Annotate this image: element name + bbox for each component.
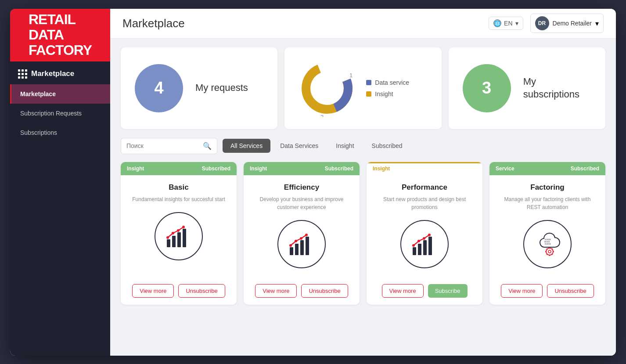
card-icon-basic xyxy=(155,212,203,260)
grid-icon xyxy=(18,69,27,78)
sidebar-item-subscriptions[interactable]: Subscriptions xyxy=(10,123,110,142)
search-box: 🔍 xyxy=(121,138,217,154)
legend-item-data-service: Data service xyxy=(366,79,409,86)
card-desc-basic: Fundamental insights for succesful start xyxy=(132,195,225,203)
subscriptions-circle: 3 xyxy=(463,64,511,112)
card-actions-performance: View more Subscribe xyxy=(367,284,482,305)
svg-point-18 xyxy=(300,237,302,240)
donut-legend: Data service Insight xyxy=(366,79,409,97)
card-efficiency: Insight Subscribed Efficiency Develop yo… xyxy=(244,162,360,305)
requests-circle: 4 xyxy=(135,64,183,112)
card-actions-efficiency: View more Unsubscribe xyxy=(244,284,360,305)
svg-text:1: 1 xyxy=(349,72,353,79)
content-area: 4 My requests 3 1 xyxy=(110,39,616,356)
card-header-performance: Insight xyxy=(367,162,482,175)
card-basic: Insight Subscribed Basic Fundamental ins… xyxy=(121,162,237,305)
chart-svg-efficiency xyxy=(286,229,317,259)
view-more-performance[interactable]: View more xyxy=(382,284,424,298)
svg-line-37 xyxy=(547,249,547,249)
svg-point-11 xyxy=(182,226,185,228)
subscriptions-label: My subscriptions xyxy=(523,76,591,101)
card-body-efficiency: Efficiency Develop your business and imp… xyxy=(244,175,360,284)
app-window: RETAIL DATA FACTORY Marketplace Marketpl… xyxy=(10,9,616,356)
svg-point-32 xyxy=(548,250,551,253)
svg-rect-4 xyxy=(167,239,170,247)
tab-subscribed[interactable]: Subscribed xyxy=(364,139,410,153)
card-header-factoring: Service Subscribed xyxy=(489,162,605,175)
svg-rect-20 xyxy=(413,247,416,255)
view-more-efficiency[interactable]: View more xyxy=(255,284,297,298)
card-body-factoring: Factoring Manage all your factoring clie… xyxy=(489,175,605,284)
view-more-basic[interactable]: View more xyxy=(132,284,174,298)
card-icon-factoring: 01010 10101 01010 xyxy=(523,220,572,268)
search-input[interactable] xyxy=(126,142,199,149)
unsubscribe-basic[interactable]: Unsubscribe xyxy=(178,284,225,298)
chevron-down-icon: ▾ xyxy=(595,19,599,28)
requests-label: My requests xyxy=(195,82,248,94)
svg-point-9 xyxy=(172,232,174,234)
card-factoring: Service Subscribed Factoring Manage all … xyxy=(489,162,605,305)
svg-point-10 xyxy=(177,229,180,232)
user-name: Demo Retailer xyxy=(553,20,592,27)
card-desc-efficiency: Develop your business and improve custom… xyxy=(251,195,353,211)
chart-svg-basic xyxy=(163,221,194,252)
svg-rect-12 xyxy=(290,247,293,255)
tab-all-services[interactable]: All Services xyxy=(223,139,270,153)
svg-rect-22 xyxy=(423,240,427,255)
card-title-efficiency: Efficiency xyxy=(284,183,319,192)
stats-row: 4 My requests 3 1 xyxy=(121,47,605,129)
sidebar-item-subscription-requests[interactable]: Subscription Requests xyxy=(10,104,110,123)
view-more-factoring[interactable]: View more xyxy=(501,284,543,298)
svg-point-26 xyxy=(423,237,425,240)
sidebar: RETAIL DATA FACTORY Marketplace Marketpl… xyxy=(10,9,110,356)
legend-dot-data-service xyxy=(366,80,371,85)
avatar: DR xyxy=(535,16,549,30)
card-title-performance: Performance xyxy=(402,183,447,192)
svg-point-8 xyxy=(166,236,169,239)
card-icon-performance xyxy=(400,220,449,268)
unsubscribe-efficiency[interactable]: Unsubscribe xyxy=(301,284,348,298)
svg-point-24 xyxy=(412,244,415,247)
subscriptions-card: 3 My subscriptions xyxy=(449,47,605,129)
svg-text:3: 3 xyxy=(320,114,324,117)
language-selector[interactable]: 🌐 EN ▾ xyxy=(489,17,523,30)
donut-chart: 3 1 xyxy=(299,60,356,117)
svg-rect-5 xyxy=(172,236,176,247)
main-area: Marketplace 🌐 EN ▾ DR Demo Retailer ▾ xyxy=(110,9,616,356)
card-actions-basic: View more Unsubscribe xyxy=(121,284,237,305)
card-header-efficiency: Insight Subscribed xyxy=(244,162,360,175)
subscribe-performance[interactable]: Subscribe xyxy=(428,284,468,298)
card-desc-performance: Start new products and design best promo… xyxy=(374,195,475,211)
sidebar-item-marketplace[interactable]: Marketplace xyxy=(10,84,110,104)
user-menu[interactable]: DR Demo Retailer ▾ xyxy=(530,14,604,33)
svg-rect-13 xyxy=(295,244,299,255)
svg-line-38 xyxy=(552,254,553,255)
svg-point-19 xyxy=(305,234,308,236)
tab-insight[interactable]: Insight xyxy=(328,139,362,153)
legend-dot-insight xyxy=(366,91,371,97)
unsubscribe-factoring[interactable]: Unsubscribe xyxy=(547,284,594,298)
svg-text:01010: 01010 xyxy=(545,243,551,245)
logo-area: RETAIL DATA FACTORY xyxy=(10,9,110,61)
service-cards-grid: Insight Subscribed Basic Fundamental ins… xyxy=(121,162,605,305)
svg-rect-6 xyxy=(177,232,181,247)
svg-rect-21 xyxy=(418,244,421,255)
card-body-basic: Basic Fundamental insights for succesful… xyxy=(121,175,237,284)
card-title-factoring: Factoring xyxy=(530,183,564,192)
card-performance: Insight Performance Start new products a… xyxy=(367,162,482,305)
header-right: 🌐 EN ▾ DR Demo Retailer ▾ xyxy=(489,14,604,33)
svg-line-39 xyxy=(552,249,553,249)
donut-container: 3 1 Data service Insight xyxy=(299,60,409,117)
page-title: Marketplace xyxy=(122,17,185,30)
svg-point-16 xyxy=(289,244,292,247)
sidebar-menu: Marketplace Subscription Requests Subscr… xyxy=(10,84,110,142)
tab-data-services[interactable]: Data Services xyxy=(272,139,326,153)
legend-item-insight: Insight xyxy=(366,90,409,97)
globe-icon: 🌐 xyxy=(493,19,501,27)
chart-svg-performance xyxy=(409,229,440,259)
search-icon: 🔍 xyxy=(203,142,212,150)
card-header-basic: Insight Subscribed xyxy=(121,162,237,175)
card-title-basic: Basic xyxy=(169,183,188,192)
donut-card: 3 1 Data service Insight xyxy=(284,47,441,129)
filter-row: 🔍 All Services Data Services Insight Sub… xyxy=(121,138,605,154)
